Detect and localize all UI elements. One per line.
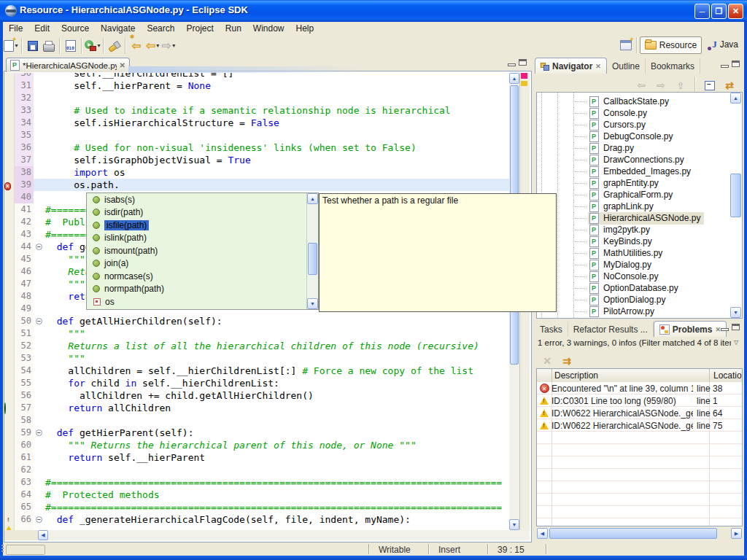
delete-button[interactable] (539, 352, 555, 370)
close-button[interactable]: ✕ (728, 4, 743, 19)
code-text[interactable]: #=======================================… (45, 501, 502, 513)
code-line[interactable]: 54 allChildren = self.__hierChildrenList… (4, 365, 509, 377)
code-line[interactable]: 62 (4, 464, 509, 476)
code-line[interactable]: 39 os.path. (4, 179, 509, 191)
completion-item[interactable]: isfile(path) (87, 219, 318, 232)
code-text[interactable]: self.isHierarchicalStructure = False (45, 117, 279, 129)
completion-item[interactable]: normcase(s) (87, 270, 318, 283)
tab-outline[interactable]: Outline (607, 58, 646, 74)
tree-item-KeyBinds.py[interactable]: KeyBinds.py (537, 236, 742, 247)
problem-row[interactable]: ID:C0301 Line too long (959/80)line 1 (537, 394, 742, 407)
completion-item[interactable]: ismount(path) (87, 244, 318, 257)
tree-item-OptionDialog.py[interactable]: OptionDialog.py (537, 294, 742, 306)
code-line[interactable]: 35 (4, 129, 509, 141)
navigator-scroll-thumb[interactable] (730, 174, 741, 217)
editor-hscrollbar[interactable] (4, 530, 530, 540)
filter-button[interactable] (559, 352, 575, 370)
perspective-java[interactable]: Java (708, 36, 743, 52)
maximize-button[interactable]: ❐ (711, 4, 727, 19)
editor-tab-close-icon[interactable]: ✕ (120, 61, 125, 69)
completion-item[interactable]: os (87, 295, 318, 308)
forward-button[interactable]: ▾ (160, 37, 177, 55)
completion-item[interactable]: join(a) (87, 257, 318, 271)
menu-run[interactable]: Run (220, 23, 247, 34)
problem-row[interactable]: ID:W0622 HierarchicalASGNode._gener...li… (537, 419, 742, 432)
code-text[interactable]: for child in self.__hierChildrenList: (45, 377, 279, 389)
code-text[interactable]: return allChildren (45, 402, 171, 414)
tree-item-MyDialog.py[interactable]: MyDialog.py (537, 259, 742, 271)
code-text[interactable]: self.__hierChildrenList = [] (45, 73, 233, 79)
close-icon[interactable]: ✕ (715, 326, 721, 333)
tab-tasks[interactable]: Tasks (535, 322, 568, 337)
code-text[interactable]: allChildren = self.__hierChildrenList[:]… (45, 365, 473, 377)
code-text[interactable]: os.path. (45, 179, 120, 191)
code-line[interactable]: 65#=====================================… (4, 501, 509, 513)
completion-item[interactable]: isabs(s) (87, 193, 318, 206)
open-perspective-button[interactable] (618, 36, 634, 54)
editor-tab[interactable]: *HierarchicalASGNode.py ✕ (6, 58, 130, 72)
navigator-file-tree[interactable]: CallbackState.pyConsole.pyCursors.pyDebu… (536, 92, 743, 319)
tree-item-PilotArrow.py[interactable]: PilotArrow.py (537, 306, 742, 317)
code-text[interactable]: """ Returns the hierarchical parent of t… (45, 439, 417, 451)
fold-collapse-icon[interactable]: − (36, 429, 42, 436)
tree-item-NoConsole.py[interactable]: NoConsole.py (537, 271, 742, 282)
code-line[interactable]: 36 # Used for non-visual 'insideness' li… (4, 141, 509, 154)
code-line[interactable]: 53 """ (4, 352, 509, 365)
fold-collapse-icon[interactable]: − (36, 318, 42, 324)
code-line[interactable]: 58 (4, 414, 509, 427)
print-button[interactable] (41, 37, 57, 55)
scroll-left-icon[interactable]: ◀ (537, 528, 548, 539)
overview-error-mark[interactable] (521, 73, 527, 79)
scroll-up-icon[interactable]: ▲ (730, 93, 741, 104)
tab-refactor-results[interactable]: Refactor Results ... (568, 322, 654, 337)
code-text[interactable]: # Protected methods (45, 489, 160, 501)
close-icon[interactable]: ✕ (595, 63, 601, 70)
warning-marker-icon[interactable] (4, 516, 13, 526)
menu-help[interactable]: Help (290, 23, 320, 34)
run-external-tool-button[interactable]: ▾ (85, 37, 101, 55)
overview-warning-mark[interactable] (521, 81, 527, 86)
code-line[interactable]: 63#=====================================… (4, 476, 509, 489)
completion-popup[interactable]: isabs(s)isdir(path)isfile(path)islink(pa… (86, 192, 319, 310)
error-marker-icon[interactable] (4, 180, 11, 191)
tree-item-CallbackState.py[interactable]: CallbackState.py (537, 96, 742, 107)
navigator-maximize-icon[interactable] (732, 61, 740, 67)
scroll-up-icon[interactable]: ▲ (307, 193, 318, 204)
code-line[interactable]: 38 import os (4, 166, 509, 179)
code-line[interactable]: 59− def getHierParent(self): (4, 427, 509, 439)
code-text[interactable]: def getHierParent(self): (45, 427, 194, 439)
tree-item-Embedded_Images.py[interactable]: Embedded_Images.py (537, 166, 742, 177)
code-text[interactable]: self.__hierParent = None (45, 79, 211, 92)
problem-row[interactable]: ID:W0622 HierarchicalASGNode._gener...li… (537, 407, 742, 419)
code-text[interactable]: def getAllHierChildren(self): (45, 315, 222, 327)
code-text[interactable]: """ (45, 327, 85, 340)
sash-grip[interactable] (1, 545, 4, 553)
scroll-left-icon[interactable]: ◀ (38, 530, 48, 540)
editor-maximize-icon[interactable] (519, 59, 527, 66)
new-wizard-button[interactable]: ▾ (3, 37, 19, 55)
perspective-resource[interactable]: Resource (640, 36, 702, 54)
tree-item-graphLink.py[interactable]: graphLink.py (537, 201, 742, 212)
code-text[interactable]: self.isGraphObjectVisual = True (45, 154, 251, 166)
code-text[interactable]: Returns a list of all the hierarchical c… (45, 340, 479, 352)
code-line[interactable]: 60 """ Returns the hierarchical parent o… (4, 439, 509, 451)
menu-edit[interactable]: Edit (28, 23, 55, 34)
code-text[interactable]: return self.__hierParent (45, 451, 205, 464)
code-line[interactable]: 30 self.__hierChildrenList = [] (4, 73, 509, 79)
code-line[interactable]: 61 return self.__hierParent (4, 451, 509, 464)
scroll-right-icon[interactable]: ▶ (731, 528, 742, 539)
tree-item-Drag.py[interactable]: Drag.py (537, 142, 742, 154)
tree-item-GraphicalForm.py[interactable]: GraphicalForm.py (537, 189, 742, 201)
code-text[interactable]: # Used to indicate if a semantic relatio… (45, 104, 451, 117)
column-location[interactable]: Location (713, 370, 743, 381)
tree-item-DebugConsole.py[interactable]: DebugConsole.py (537, 131, 742, 142)
save-button[interactable] (25, 37, 41, 55)
tree-item-DrawConnections.py[interactable]: DrawConnections.py (537, 154, 742, 166)
tree-item-MathUtilities.py[interactable]: MathUtilities.py (537, 247, 742, 259)
menu-project[interactable]: Project (180, 23, 219, 34)
code-line[interactable]: 66− def _generateHierarchicalFlagCode(se… (4, 513, 509, 526)
tree-item-img2pytk.py[interactable]: img2pytk.py (537, 224, 742, 236)
scroll-down-icon[interactable]: ▼ (509, 519, 519, 530)
chevron-down-icon[interactable]: ▾ (97, 42, 100, 49)
tree-item-Cursors.py[interactable]: Cursors.py (537, 119, 742, 131)
